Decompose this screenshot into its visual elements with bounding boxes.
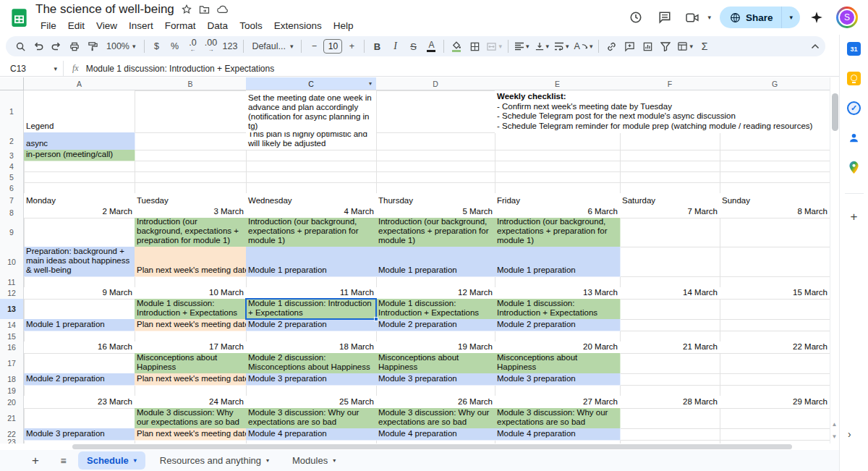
cell-D10[interactable]: Module 1 preparation [376,247,495,277]
format-percent-icon[interactable]: % [166,38,184,55]
column-header-D[interactable]: D [376,77,495,90]
cell-C9[interactable]: Introduction (our background, expectatio… [246,218,377,247]
redo-icon[interactable] [48,38,65,55]
row-header-4[interactable]: 4 [0,161,24,172]
cell-E7[interactable]: Friday [495,193,621,208]
cell-C13[interactable]: Module 1 discussion: Introduction + Expe… [246,299,377,320]
cell-B7[interactable]: Tuesday [135,193,247,208]
decrease-font-size-icon[interactable]: − [305,38,323,55]
column-header-E[interactable]: E [495,77,621,90]
cell-D9[interactable]: Introduction (our background, expectatio… [376,218,495,247]
cell-E8[interactable]: 6 March [495,207,621,218]
cell-C21[interactable]: Module 3 discussion: Why our expectation… [246,408,377,429]
table-views-icon[interactable]: ▾ [675,38,695,55]
spreadsheet-grid[interactable]: LegendSet the meeting date one week in a… [0,77,830,444]
horizontal-scrollbar[interactable] [0,444,830,450]
sheet-tab-menu-caret-icon[interactable]: ▾ [333,457,336,464]
row-header-1[interactable]: 1 [0,90,24,133]
cell-C18[interactable]: Module 3 preparation [246,373,377,386]
cell-C22[interactable]: Module 4 preparation [246,428,377,441]
cell-C17[interactable]: Module 2 discussion: Misconceptions abou… [246,353,377,374]
row-header-23[interactable]: 23 [0,440,24,444]
italic-icon[interactable]: I [386,38,404,55]
row-header-21[interactable]: 21 [0,408,24,429]
add-sheet-icon[interactable]: + [26,454,45,468]
format-currency-icon[interactable]: $ [148,38,166,55]
row-header-3[interactable]: 3 [0,150,24,161]
sheets-logo-icon[interactable] [9,8,29,27]
cell-E21[interactable]: Module 3 discussion: Why our expectation… [495,408,621,429]
cell-G20[interactable]: 29 March [720,396,830,409]
paragraph-style-selector[interactable]: Defaul...▾ [247,41,297,51]
cell-C1[interactable]: Set the meeting date one week in advance… [246,90,377,133]
vertical-scroll-steppers[interactable]: ▲▼ [830,418,839,443]
vertical-align-icon[interactable]: ▾ [532,38,552,55]
merge-cells-icon[interactable]: ▾ [484,38,504,55]
row-header-12[interactable]: 12 [0,287,24,300]
tasks-icon[interactable]: ✓ [847,101,861,115]
row-header-8[interactable]: 8 [0,207,24,218]
cell-E20[interactable]: 27 March [495,396,621,409]
cell-C8[interactable]: 4 March [246,207,377,218]
cell-D7[interactable]: Thursday [376,193,495,208]
column-header-A[interactable]: A [24,77,135,90]
borders-icon[interactable] [466,38,483,55]
cell-A12[interactable]: 9 March [24,287,135,300]
more-formats-icon[interactable]: 123 [221,38,240,55]
menu-help[interactable]: Help [328,19,359,33]
cell-E17[interactable]: Module 2 discussion: Misconceptions abou… [495,353,621,374]
cell-E14[interactable]: Module 2 preparation [495,319,621,331]
cell-E10[interactable]: Module 1 preparation [495,247,621,277]
cell-A7[interactable]: Monday [24,193,135,208]
cell-E16[interactable]: 20 March [495,341,621,354]
row-header-11[interactable]: 11 [0,276,24,288]
text-color-icon[interactable]: A [422,38,440,55]
cell-D12[interactable]: 12 March [376,287,495,300]
cell-D13[interactable]: Module 1 discussion: Introduction + Expe… [376,299,495,320]
contacts-icon[interactable] [847,131,861,145]
calendar-icon[interactable]: 31 [847,42,861,56]
column-header-G[interactable]: G [720,77,830,90]
cell-E18[interactable]: Module 3 preparation [495,373,621,386]
paint-format-icon[interactable] [84,38,101,55]
share-button[interactable]: Share ▾ [720,7,800,28]
menu-view[interactable]: View [91,19,122,33]
row-header-14[interactable]: 14 [0,319,24,331]
bold-icon[interactable]: B [368,38,386,55]
cell-G12[interactable]: 15 March [720,287,830,300]
get-add-ons-icon[interactable]: + [851,210,858,224]
row-header-16[interactable]: 16 [0,341,24,354]
cell-D18[interactable]: Module 3 preparation [376,373,495,386]
row-header-9[interactable]: 9 [0,218,24,247]
cell-D17[interactable]: Module 2 discussion: Misconceptions abou… [376,353,495,374]
cell-E22[interactable]: Module 4 preparation [495,428,621,441]
cell-C20[interactable]: 25 March [246,396,377,409]
cell-F7[interactable]: Saturday [620,193,720,208]
horizontal-scrollbar-thumb[interactable] [72,444,792,449]
cell-C2[interactable]: This plan is highly optimistic and will … [246,132,377,150]
cell-G16[interactable]: 22 March [720,341,830,354]
row-header-20[interactable]: 20 [0,396,24,409]
row-header-18[interactable]: 18 [0,373,24,386]
hide-menus-chevron-icon[interactable] [811,43,820,49]
cell-A2[interactable]: async [24,132,135,150]
cell-B16[interactable]: 17 March [135,341,247,354]
cell-D8[interactable]: 5 March [376,207,495,218]
cell-A8[interactable]: 2 March [24,207,135,218]
cell-F20[interactable]: 28 March [620,396,720,409]
cell-E9[interactable]: Introduction (our background, expectatio… [495,218,621,247]
cell-A14[interactable]: Module 1 preparation [24,319,135,331]
cell-B13[interactable]: Module 1 discussion: Introduction + Expe… [135,299,247,320]
cell-F12[interactable]: 14 March [620,287,720,300]
keep-icon[interactable] [847,72,861,85]
cell-B9[interactable]: Introduction (our background, expectatio… [135,218,247,247]
select-all-corner[interactable] [0,77,24,90]
zoom-selector[interactable]: 100%▾ [102,38,140,55]
row-header-17[interactable]: 17 [0,353,24,374]
row-header-15[interactable]: 15 [0,331,24,342]
increase-decimal-icon[interactable]: .00→ [203,38,220,55]
account-avatar[interactable]: S [836,7,858,28]
text-rotation-icon[interactable]: A ▾ [572,38,595,55]
insert-link-icon[interactable] [603,38,620,55]
cell-B22[interactable]: Plan next week's meeting date [135,428,247,441]
